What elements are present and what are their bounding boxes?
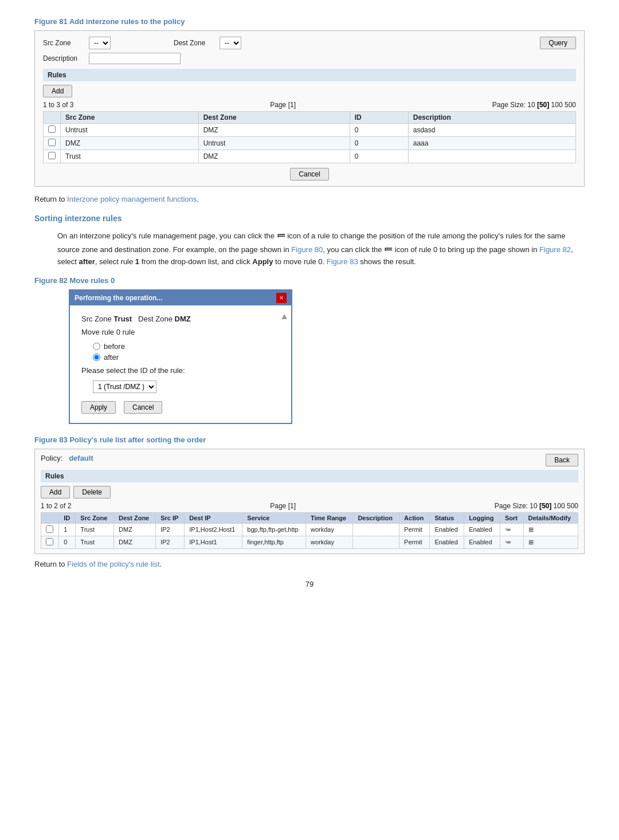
src-zone-value: Trust xyxy=(113,315,132,323)
modal-body: ▲ Src Zone Trust Dest Zone DMZ Move rule… xyxy=(70,305,291,423)
cancel-row: Cancel xyxy=(43,168,576,180)
act-83: Permit xyxy=(399,536,430,548)
modal-title-bar: Performing the operation... × xyxy=(70,291,291,305)
table-row: Untrust DMZ 0 asdasd xyxy=(44,124,576,137)
after-radio[interactable] xyxy=(93,354,100,361)
id-83: 1 xyxy=(59,523,76,536)
col-details-83: Details/Modify xyxy=(523,512,578,523)
col-srcip-83: Src IP xyxy=(156,512,185,523)
id-cell: 0 xyxy=(350,150,408,163)
policy-header: Policy: default Back xyxy=(41,454,578,466)
modal-close-button[interactable]: × xyxy=(276,293,287,303)
details-icon[interactable]: ⊞ xyxy=(528,526,534,533)
svc-83: finger,http,ftp xyxy=(242,536,306,548)
d-83 xyxy=(353,536,399,548)
id-83: 0 xyxy=(59,536,76,548)
col-check-83 xyxy=(41,512,59,523)
add-button[interactable]: Add xyxy=(43,85,72,97)
dest-zone-value: DMZ xyxy=(175,315,191,323)
col-dest-83: Dest Zone xyxy=(114,512,156,523)
figure-83-title: Figure 83 Policy's rule list after sorti… xyxy=(34,435,585,444)
id-cell: 0 xyxy=(350,124,408,137)
modal-title: Performing the operation... xyxy=(75,294,162,302)
table-row: Trust DMZ 0 xyxy=(44,150,576,163)
dip-83: IP1,Host1 xyxy=(185,536,242,548)
move-rule-line: Move rule 0 rule xyxy=(81,328,280,336)
col-id: ID xyxy=(350,112,408,124)
zone-line: Src Zone Trust Dest Zone DMZ xyxy=(81,315,280,323)
dest-zone-cell: DMZ xyxy=(198,150,350,163)
srz-83: Trust xyxy=(76,536,114,548)
select-line: Please select the ID of the rule: xyxy=(81,366,280,375)
details-icon[interactable]: ⊞ xyxy=(528,539,534,546)
dest-zone-select[interactable]: -- xyxy=(220,37,241,49)
sort-icon[interactable]: ≔ xyxy=(505,526,511,533)
src-zone-label: Src Zone xyxy=(43,39,83,47)
figure-81-section: Figure 81 Add interzone rules to the pol… xyxy=(34,17,585,187)
src-zone-cell: DMZ xyxy=(61,137,199,150)
return-link-2[interactable]: Fields of the policy's rule list xyxy=(67,560,159,568)
policy-info: Policy: default xyxy=(41,454,93,466)
desc-cell: aaaa xyxy=(408,137,575,150)
row-checkbox[interactable] xyxy=(48,139,56,146)
fig82-link-inline[interactable]: Figure 82 xyxy=(539,245,571,254)
before-radio-row: before xyxy=(93,342,280,351)
sta-83: Enabled xyxy=(430,523,464,536)
rules-label-83: Rules xyxy=(41,470,578,482)
page-size-info: Page Size: 10 [50] 100 500 xyxy=(492,101,576,109)
rules-section: Rules Add 1 to 3 of 3 Page [1] Page Size… xyxy=(43,69,576,180)
dz-83: DMZ xyxy=(114,536,156,548)
dz-83: DMZ xyxy=(114,523,156,536)
col-dest-zone: Dest Zone xyxy=(198,112,350,124)
src-zone-select[interactable]: -- xyxy=(89,37,111,49)
tr-83: workday xyxy=(306,536,353,548)
modal-dialog: Performing the operation... × ▲ Src Zone… xyxy=(69,289,292,424)
src-zone-cell: Untrust xyxy=(61,124,199,137)
page-label: Page [1] xyxy=(270,101,296,109)
row-checkbox[interactable] xyxy=(48,125,56,133)
action-buttons: Add Delete xyxy=(41,486,578,498)
rule-id-select[interactable]: 1 (Trust /DMZ ) xyxy=(93,380,156,393)
col-src-zone: Src Zone xyxy=(61,112,199,124)
act-83: Permit xyxy=(399,523,430,536)
desc-cell xyxy=(408,150,575,163)
body-paragraph: On an interzone policy's rule management… xyxy=(57,229,585,268)
src-zone-cell: Trust xyxy=(61,150,199,163)
figure-81-title: Figure 81 Add interzone rules to the pol… xyxy=(34,17,585,26)
add-button-83[interactable]: Add xyxy=(41,486,70,498)
sip-83: IP2 xyxy=(156,536,185,548)
return-link-1[interactable]: Interzone policy management functions xyxy=(67,195,197,203)
return-line-1: Return to Interzone policy management fu… xyxy=(34,195,585,203)
table-row: DMZ Untrust 0 aaaa xyxy=(44,137,576,150)
sta-83: Enabled xyxy=(430,536,464,548)
sort-icon[interactable]: ≔ xyxy=(505,539,511,546)
before-radio[interactable] xyxy=(93,343,100,350)
cancel-button[interactable]: Cancel xyxy=(290,168,328,180)
sorting-heading: Sorting interzone rules xyxy=(34,214,585,223)
fig80-link[interactable]: Figure 80 xyxy=(291,245,323,254)
filter-row-1: Src Zone -- Dest Zone -- Query xyxy=(43,37,576,49)
svc-83: bgp,ftp,ftp-get,http xyxy=(242,523,306,536)
row-checkbox-83[interactable] xyxy=(46,538,53,545)
records-count: 1 to 3 of 3 xyxy=(43,101,73,109)
back-button[interactable]: Back xyxy=(546,454,578,466)
cancel-button[interactable]: Cancel xyxy=(124,401,162,414)
rule-select-row: 1 (Trust /DMZ ) xyxy=(93,380,280,393)
description-input[interactable] xyxy=(89,53,181,64)
fig83-link-inline[interactable]: Figure 83 xyxy=(327,257,358,266)
row-checkbox-83[interactable] xyxy=(46,525,53,533)
apply-button[interactable]: Apply xyxy=(81,401,116,414)
desc-cell: asdasd xyxy=(408,124,575,137)
col-desc-83: Description xyxy=(353,512,399,523)
table-row-83: 0 Trust DMZ IP2 IP1,Host1 finger,http,ft… xyxy=(41,536,578,548)
srz-83: Trust xyxy=(76,523,114,536)
figure-82-title: Figure 82 Move rules 0 xyxy=(34,276,585,285)
policy-name: default xyxy=(69,454,93,462)
row-checkbox[interactable] xyxy=(48,152,56,159)
log-83: Enabled xyxy=(464,536,500,548)
figure-83-panel: Policy: default Back Rules Add Delete 1 … xyxy=(34,449,585,554)
rules-table-83-wrapper: ID Src Zone Dest Zone Src IP Dest IP Ser… xyxy=(41,512,578,549)
query-button[interactable]: Query xyxy=(540,37,576,49)
delete-button-83[interactable]: Delete xyxy=(73,486,111,498)
col-timerange-83: Time Range xyxy=(306,512,353,523)
